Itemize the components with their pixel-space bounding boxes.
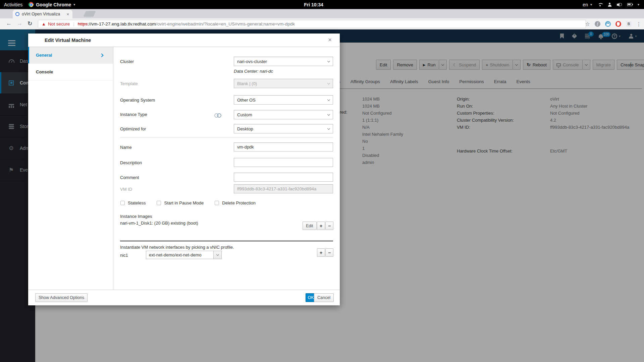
bookmark-star-icon[interactable]: ☆ <box>585 21 590 27</box>
nic1-profile-combobox[interactable]: ext-net-demo/ext-net-demo <box>146 251 222 259</box>
browser-tab[interactable]: oVirt Open Virtualiza × <box>13 10 72 18</box>
dialog-nav: General Console <box>28 47 113 290</box>
extension-icon[interactable]: f <box>595 21 600 27</box>
section-divider <box>120 137 333 137</box>
chrome-icon <box>29 2 34 7</box>
chevron-down-icon: ▾ <box>638 3 639 6</box>
instance-image-disk: nari-vm-1_Disk1: (20 GB) existing (boot) <box>120 221 198 226</box>
url-path: /ovirt-engine/webadmin/?locale=en_US#vms… <box>156 21 295 26</box>
browser-menu-icon[interactable]: ⋮ <box>636 21 641 27</box>
nav-item-console[interactable]: Console <box>28 64 113 80</box>
name-label: Name <box>120 145 132 150</box>
browser-tab-strip: oVirt Open Virtualiza × <box>0 9 644 18</box>
extension-icon[interactable]: B <box>626 21 632 27</box>
linked-icon <box>214 113 220 117</box>
vm-options-row: Stateless Start in Pause Mode Delete Pro… <box>120 200 264 205</box>
chevron-down-icon: ▾ <box>590 3 592 6</box>
lock-extension-icon[interactable] <box>605 21 611 27</box>
operating-system-label: Operating System <box>120 98 155 103</box>
activities-button[interactable]: Activities <box>4 0 22 9</box>
chevron-down-icon <box>216 253 219 256</box>
template-select: Blank | (0) <box>234 79 333 88</box>
chevron-down-icon <box>327 127 330 129</box>
description-label: Description <box>120 160 142 165</box>
browser-toolbar: ← → ↻ ▲ Not secure | https ://vm-17-27.e… <box>0 18 644 29</box>
warning-icon: ▲ <box>42 21 46 26</box>
nic1-profile-dropdown[interactable] <box>214 251 222 259</box>
vnic-instruction: Instantiate VM network interfaces by pic… <box>120 245 234 250</box>
show-advanced-options-button[interactable]: Show Advanced Options <box>35 293 88 302</box>
dialog-body: Cluster nari-ovs-cluster Data Center: na… <box>114 47 340 290</box>
operating-system-select[interactable]: Other OS <box>234 95 333 105</box>
ovirt-favicon <box>15 12 19 16</box>
back-button[interactable]: ← <box>6 20 12 27</box>
disk-add-button[interactable]: + <box>317 222 325 230</box>
chevron-down-icon <box>327 113 330 115</box>
app-menu[interactable]: Google Chrome ▾ <box>29 0 75 9</box>
data-center-note: Data Center: nari-dc <box>234 69 273 74</box>
dialog-header: Edit Virtual Machine × <box>28 34 340 47</box>
stateless-checkbox[interactable] <box>120 201 125 205</box>
optimized-for-select[interactable]: Desktop <box>234 124 333 133</box>
close-icon[interactable]: × <box>328 37 332 43</box>
not-secure-label: Not secure <box>48 21 70 26</box>
nic-remove-button[interactable]: − <box>325 248 333 257</box>
description-input[interactable] <box>234 158 333 167</box>
instance-images-title: Instance Images <box>120 214 152 219</box>
vm-id-input <box>234 184 333 193</box>
forward-button[interactable]: → <box>17 20 22 27</box>
dialog-footer: Show Advanced Options OK Cancel <box>28 290 340 305</box>
chevron-down-icon <box>327 81 330 84</box>
system-tray[interactable]: en ▾ ▾ <box>583 0 639 9</box>
gnome-top-bar: Activities Google Chrome ▾ Fri 10:34 en … <box>0 0 644 9</box>
adblock-extension-icon[interactable] <box>615 21 621 27</box>
instance-type-select[interactable]: Custom <box>234 110 333 119</box>
instance-type-label: Instance Type <box>120 112 147 117</box>
cluster-select[interactable]: nari-ovs-cluster <box>234 57 333 66</box>
vm-id-label: VM ID <box>120 187 132 192</box>
dialog-title: Edit Virtual Machine <box>45 38 91 43</box>
battery-icon <box>627 3 632 6</box>
comment-input[interactable] <box>234 173 333 182</box>
nav-item-general[interactable]: General <box>28 47 113 64</box>
url-scheme: https <box>78 21 88 26</box>
app-menu-label: Google Chrome <box>36 2 71 7</box>
tab-close-icon[interactable]: × <box>66 12 70 17</box>
start-in-pause-mode-checkbox[interactable] <box>157 201 161 205</box>
ovirt-page: oVirt 0 100 ? ▾ ▾ <box>0 29 644 362</box>
nic1-label: nic1 <box>120 253 128 258</box>
screen: Activities Google Chrome ▾ Fri 10:34 en … <box>0 0 644 362</box>
tab-title: oVirt Open Virtualiza <box>22 12 63 16</box>
volume-icon <box>617 3 622 7</box>
chevron-down-icon: ▾ <box>73 3 75 6</box>
comment-label: Comment <box>120 175 139 180</box>
cancel-button[interactable]: Cancel <box>314 293 334 302</box>
reload-button[interactable]: ↻ <box>28 20 32 27</box>
clock[interactable]: Fri 10:34 <box>292 0 335 9</box>
network-section-divider <box>120 241 333 241</box>
chevron-down-icon <box>327 98 330 101</box>
nic-add-button[interactable]: + <box>317 248 325 257</box>
user-presence-icon <box>608 3 611 7</box>
template-label: Template <box>120 81 138 86</box>
cluster-label: Cluster <box>120 59 134 64</box>
chevron-down-icon <box>327 59 330 62</box>
nic1-profile-value[interactable]: ext-net-demo/ext-net-demo <box>146 251 214 259</box>
edit-vm-dialog: Edit Virtual Machine × General Console C… <box>28 34 340 305</box>
wifi-icon <box>597 3 603 6</box>
chevron-right-icon <box>100 53 103 57</box>
disk-remove-button[interactable]: − <box>325 222 333 230</box>
keyboard-layout-indicator[interactable]: en ▾ <box>583 0 592 9</box>
address-bar[interactable]: ▲ Not secure | https ://vm-17-27.eng.lab… <box>38 20 586 28</box>
url-host: ://vm-17-27.eng.lab.tlv.redhat.com <box>88 21 156 26</box>
name-input[interactable] <box>234 142 333 152</box>
disk-edit-button[interactable]: Edit <box>303 222 317 230</box>
new-tab-button[interactable] <box>83 11 96 17</box>
delete-protection-checkbox[interactable] <box>215 201 219 205</box>
optimized-for-label: Optimized for <box>120 126 146 131</box>
